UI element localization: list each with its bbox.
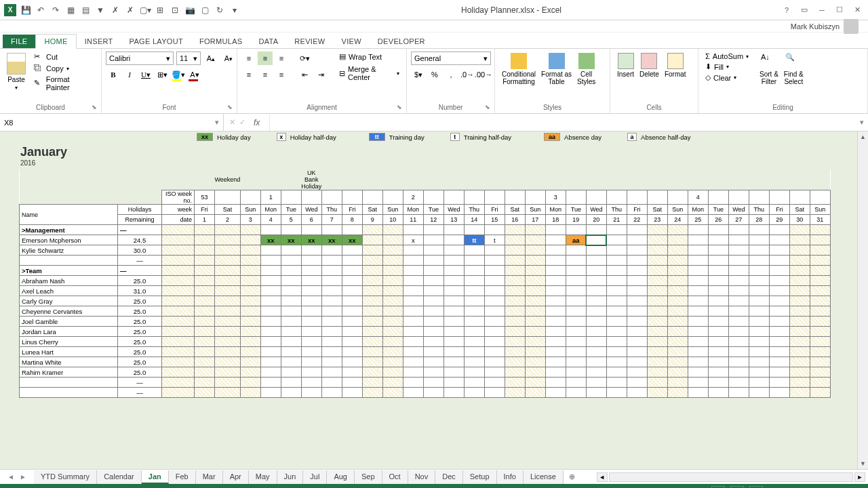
day-cell[interactable] [423,306,443,317]
day-cell[interactable] [301,347,321,357]
day-cell[interactable] [749,327,769,337]
day-cell[interactable] [688,378,708,388]
holidays-cell[interactable]: — [118,256,162,266]
day-cell[interactable] [525,296,545,306]
day-cell[interactable] [728,378,749,388]
day-cell[interactable] [260,306,281,317]
dialog-launcher-icon[interactable]: ⬊ [485,104,493,112]
camera-icon[interactable]: 📷 [184,5,195,16]
day-cell[interactable] [627,276,647,286]
decrease-decimal-icon[interactable]: .00→ [476,68,491,81]
day-cell[interactable] [423,276,443,286]
day-cell[interactable] [260,266,281,276]
name-cell[interactable]: >Team [20,266,118,276]
redo-icon[interactable]: ↷ [50,5,61,16]
day-cell[interactable] [423,225,443,235]
day-cell[interactable] [789,266,810,276]
day-cell[interactable] [606,245,627,256]
font-size-select[interactable]: 11▾ [176,52,201,65]
scroll-up-icon[interactable]: ▲ [858,131,868,142]
day-cell[interactable] [464,337,484,347]
day-cell[interactable] [769,256,789,266]
day-cell[interactable] [586,367,606,378]
day-cell[interactable]: aa [566,235,586,245]
day-cell[interactable] [606,296,627,306]
day-cell[interactable] [362,225,382,235]
day-cell[interactable] [586,327,606,337]
day-cell[interactable] [606,317,627,327]
day-cell[interactable] [215,317,241,327]
day-cell[interactable] [810,256,830,266]
day-cell[interactable] [545,225,566,235]
day-cell[interactable] [464,296,484,306]
day-cell[interactable] [688,256,708,266]
sheet-tab-jun[interactable]: Jun [277,470,304,484]
day-cell[interactable] [606,266,627,276]
holidays-cell[interactable]: 25.0 [118,296,162,306]
day-cell[interactable] [789,337,810,347]
day-cell[interactable] [215,357,241,367]
day-cell[interactable] [484,266,505,276]
day-cell[interactable] [627,245,647,256]
day-cell[interactable] [382,327,403,337]
day-cell[interactable] [464,225,484,235]
day-cell[interactable] [215,388,241,398]
day-cell[interactable] [342,266,362,276]
day-cell[interactable] [260,327,281,337]
qat-icon[interactable]: ⊡ [170,5,180,16]
day-cell[interactable] [627,256,647,266]
day-cell[interactable] [810,357,830,367]
enter-formula-icon[interactable]: ✓ [239,118,245,127]
day-cell[interactable] [321,357,342,367]
fill-color-button[interactable]: 🪣▾ [171,68,186,81]
day-cell[interactable] [708,235,728,245]
day-cell[interactable] [566,378,586,388]
name-cell[interactable]: Joel Gamble [20,317,118,327]
format-painter-button[interactable]: Format Painter [31,75,97,92]
day-cell[interactable] [195,347,215,357]
day-cell[interactable] [301,296,321,306]
day-cell[interactable] [647,286,667,296]
bold-button[interactable]: B [106,68,121,81]
day-cell[interactable] [484,317,505,327]
day-cell[interactable] [403,327,423,337]
day-cell[interactable] [240,235,260,245]
day-cell[interactable] [749,235,769,245]
day-cell[interactable] [810,235,830,245]
day-cell[interactable] [647,266,667,276]
day-cell[interactable] [566,367,586,378]
day-cell[interactable] [403,347,423,357]
day-cell[interactable] [688,276,708,286]
day-cell[interactable] [484,357,505,367]
day-cell[interactable] [215,378,241,388]
day-cell[interactable] [240,327,260,337]
comma-format-icon[interactable]: , [443,68,458,81]
day-cell[interactable] [382,317,403,327]
day-cell[interactable] [260,357,281,367]
day-cell[interactable] [688,317,708,327]
sheet-tab-oct[interactable]: Oct [382,470,408,484]
day-cell[interactable] [627,225,647,235]
name-cell[interactable] [20,388,118,398]
day-cell[interactable] [260,296,281,306]
day-cell[interactable] [382,378,403,388]
qat-icon[interactable]: ↻ [214,5,225,16]
day-cell[interactable] [688,296,708,306]
user-name[interactable]: Mark Kubiszyn [791,22,840,30]
day-cell[interactable] [423,337,443,347]
name-cell[interactable]: >Management [20,225,118,235]
day-cell[interactable] [566,306,586,317]
day-cell[interactable] [443,388,464,398]
user-avatar[interactable] [844,19,859,34]
holidays-cell[interactable]: 30.0 [118,245,162,256]
day-cell[interactable] [545,337,566,347]
day-cell[interactable] [362,286,382,296]
day-cell[interactable] [728,347,749,357]
day-cell[interactable] [789,306,810,317]
day-cell[interactable] [382,235,403,245]
day-cell[interactable]: xx [281,235,301,245]
day-cell[interactable] [728,245,749,256]
day-cell[interactable] [260,347,281,357]
day-cell[interactable] [525,388,545,398]
day-cell[interactable] [606,388,627,398]
